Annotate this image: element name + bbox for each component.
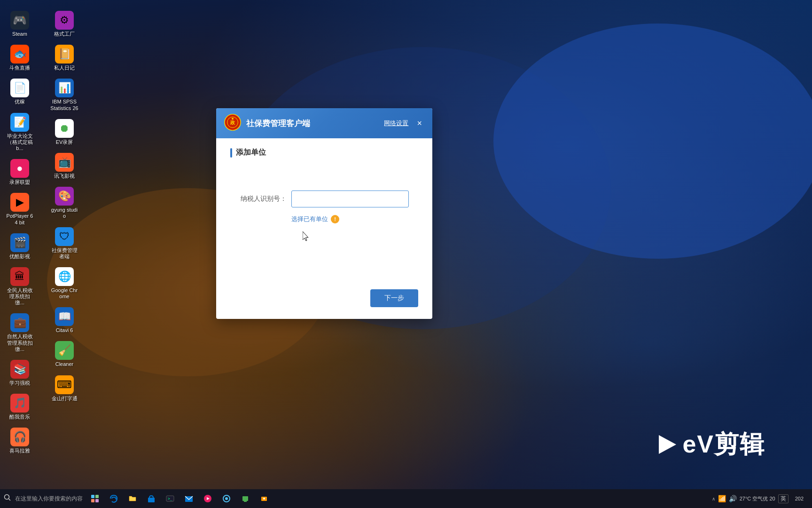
icon-citavi[interactable]: 📖 Citavi 6 (48, 304, 81, 336)
icon-label-citavi: Citavi 6 (56, 327, 73, 333)
svg-rect-9 (91, 499, 94, 502)
icon-label-gyngstudio: gyung studio (50, 207, 79, 219)
icon-chrome[interactable]: 🌐 Google Chrome (48, 264, 81, 302)
icon-kuwo[interactable]: 🎵 酷我音乐 (3, 391, 36, 423)
select-existing-row: 选择已有单位 ! (282, 215, 418, 223)
taskbar-system-icons: ∧ 📶 🔊 (712, 495, 737, 502)
taxpayer-id-input[interactable] (291, 190, 409, 207)
icon-label-xunfeiyingshi: 讯飞影视 (54, 173, 75, 179)
taxpayer-id-row: 纳税人识别号： (230, 190, 418, 207)
icon-xunfeiyingshi[interactable]: 📺 讯飞影视 (48, 150, 81, 182)
next-button[interactable]: 下一步 (370, 289, 418, 307)
svg-point-4 (232, 118, 234, 120)
icon-label-geshigongchang: 格式工厂 (54, 31, 75, 37)
icon-renmin[interactable]: 🏛 全民人税收理系统扣缴... (3, 264, 36, 309)
icon-douyu[interactable]: 🐟 斗鱼直播 (3, 42, 36, 74)
icon-luping[interactable]: ● 录屏联盟 (3, 156, 36, 188)
section-header: 添加单位 (230, 148, 418, 158)
taskbar-search-area[interactable]: 在这里输入你要搜索的内容 (4, 494, 83, 503)
taskbar-icon-edge[interactable] (105, 490, 122, 507)
icon-evluping[interactable]: ⏺ EV录屏 (48, 116, 81, 148)
info-icon[interactable]: ! (331, 215, 339, 223)
svg-rect-7 (91, 495, 94, 498)
taskbar-icon-files[interactable] (124, 490, 141, 507)
taskbar-pinned-icons: >_ (86, 490, 273, 507)
icon-shebao[interactable]: 🛡 社保费管理者端 (48, 224, 81, 262)
icon-cleaner[interactable]: 🧹 Cleaner (48, 338, 81, 370)
icon-label-rizhi: 私人日记 (54, 65, 75, 71)
icon-label-youjia: 优稼 (15, 99, 25, 105)
taskbar-right-area: ∧ 📶 🔊 27°C 空气优 20 英 202 (712, 494, 812, 503)
icon-label-chrome: Google Chrome (50, 287, 79, 300)
taskbar-search-icon (4, 494, 11, 503)
taskbar-icon-media[interactable] (199, 490, 216, 507)
dialog-footer: 下一步 (216, 285, 432, 319)
icon-jinshan[interactable]: ⌨ 金山打字通 (48, 373, 81, 405)
taxpayer-id-label: 纳税人识别号： (240, 195, 287, 203)
taskbar-clock[interactable]: 202 (791, 495, 807, 502)
icon-potplayer[interactable]: ▶ PotPlayer 64 bit (3, 190, 36, 228)
taskbar-icon-store[interactable] (143, 490, 160, 507)
icon-label-shebao: 社保费管理者端 (50, 247, 79, 260)
taskbar-icon-system3[interactable] (256, 490, 273, 507)
icon-gyngstudio[interactable]: 🎨 gyung studio (48, 184, 81, 222)
icon-label-cleaner: Cleaner (55, 361, 74, 367)
section-title: 添加单位 (236, 148, 266, 158)
svg-text:政: 政 (230, 120, 235, 125)
dialog-titlebar: 政 社保费管理客户端 网络设置 × (216, 108, 432, 138)
taskbar-time-text: 202 (795, 495, 804, 502)
taskbar-network-icon[interactable]: 📶 (718, 495, 726, 502)
icon-label-thesis: 毕业大论文（格式定稿b... (5, 133, 34, 152)
taskbar-icon-system1[interactable] (218, 490, 235, 507)
icon-thesis[interactable]: 📝 毕业大论文（格式定稿b... (3, 110, 36, 155)
ev-play-icon (655, 433, 679, 456)
ev-logo: eV剪辑 (655, 428, 765, 461)
svg-marker-0 (659, 435, 676, 454)
svg-rect-19 (242, 496, 248, 501)
dialog-overlay: 政 社保费管理客户端 网络设置 × 添加单位 (0, 0, 812, 489)
svg-rect-10 (95, 499, 99, 502)
dialog-title-left: 政 社保费管理客户端 (224, 113, 310, 133)
icon-xuexi[interactable]: 📚 学习强税 (3, 357, 36, 389)
section-bar-decoration (230, 148, 232, 158)
dialog-title-actions: 网络设置 × (384, 118, 425, 129)
icon-himalaya[interactable]: 🎧 喜马拉雅 (3, 425, 36, 457)
icon-youku[interactable]: 🎬 优酷影视 (3, 230, 36, 262)
svg-rect-11 (148, 498, 155, 502)
svg-text:>_: >_ (168, 497, 172, 501)
svg-point-5 (5, 495, 9, 500)
ev-logo-text: eV剪辑 (682, 428, 765, 461)
select-existing-link[interactable]: 选择已有单位 (291, 215, 328, 223)
icon-ziran[interactable]: 💼 自然人税收管理系统扣缴... (3, 310, 36, 355)
desktop: 🎮 Steam 🐟 斗鱼直播 📄 优稼 📝 毕业大论文（格式定稿b... ● (0, 0, 812, 489)
dialog-body: 添加单位 纳税人识别号： 选择已有单位 ! (216, 138, 432, 285)
icon-rizhi[interactable]: 📔 私人日记 (48, 42, 81, 74)
svg-rect-20 (244, 501, 247, 502)
taskbar-volume-icon[interactable]: 🔊 (729, 495, 737, 502)
icon-youjia[interactable]: 📄 优稼 (3, 76, 36, 108)
network-settings-link[interactable]: 网络设置 (384, 119, 408, 127)
svg-point-22 (263, 498, 265, 500)
icon-label-spss: IBM SPSS Statistics 26 (50, 99, 79, 111)
icon-label-youku: 优酷影视 (9, 254, 30, 260)
taskbar-weather-temp: 27°C 空气优 20 (740, 495, 775, 502)
dialog-add-unit: 政 社保费管理客户端 网络设置 × 添加单位 (216, 108, 432, 319)
icon-spss[interactable]: 📊 IBM SPSS Statistics 26 (48, 76, 81, 114)
icon-label-himalaya: 喜马拉雅 (9, 448, 30, 454)
taskbar-icon-mail[interactable] (180, 490, 197, 507)
icon-geshigongchang[interactable]: ⚙ 格式工厂 (48, 8, 81, 40)
taskbar-icon-system2[interactable] (237, 490, 254, 507)
icon-label-steam: Steam (12, 31, 27, 37)
taskbar-language-indicator[interactable]: 英 (778, 494, 789, 503)
dialog-close-button[interactable]: × (414, 118, 425, 129)
icon-label-jinshan: 金山打字通 (52, 396, 78, 402)
icon-label-potplayer: PotPlayer 64 bit (5, 213, 34, 225)
icon-steam[interactable]: 🎮 Steam (3, 8, 36, 40)
taskbar-expand-icon[interactable]: ∧ (712, 496, 715, 501)
svg-rect-8 (95, 495, 99, 498)
icon-label-xuexi: 学习强税 (9, 380, 30, 386)
taskbar-search-text: 在这里输入你要搜索的内容 (15, 495, 83, 503)
taskbar-icon-terminal[interactable]: >_ (162, 490, 179, 507)
icon-label-evluping: EV录屏 (56, 139, 73, 145)
taskbar-icon-widgets[interactable] (86, 490, 103, 507)
